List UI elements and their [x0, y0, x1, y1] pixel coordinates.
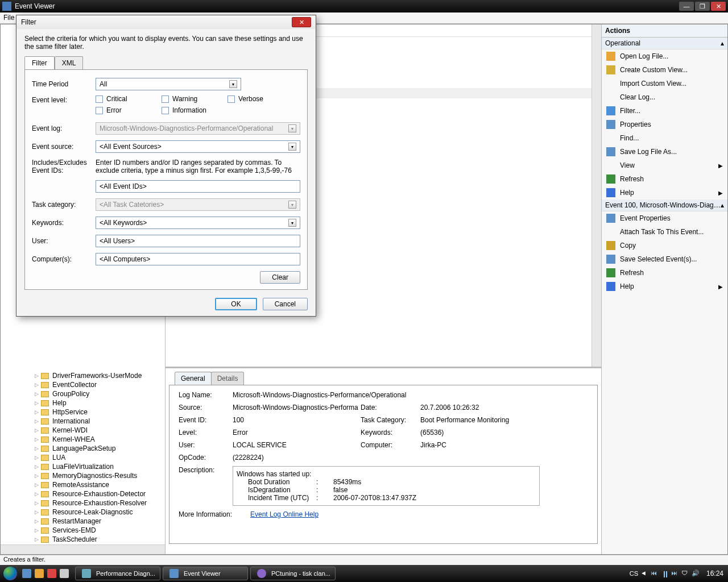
collapse-icon: ▴ [721, 201, 724, 209]
folder-icon [41, 518, 49, 525]
action-item[interactable]: Properties [602, 118, 727, 131]
l-eid: Event ID: [179, 416, 233, 424]
language-indicator[interactable]: CS [630, 570, 638, 577]
action-icon [606, 147, 615, 156]
tray-icon[interactable]: 🛡 [681, 569, 689, 577]
select-time-period[interactable]: All▾ [96, 78, 241, 90]
quicklaunch-icon[interactable] [60, 569, 69, 578]
tree-item[interactable]: ▷Kernel-WDI [1, 426, 165, 435]
check-warning[interactable]: Warning [162, 95, 212, 103]
grid-scrollbar[interactable] [592, 24, 601, 367]
check-error[interactable]: Error [96, 106, 146, 114]
taskbar-item-perfdiag[interactable]: Performance Diagn... [75, 567, 160, 580]
action-item[interactable]: Attach Task To This Event... [602, 225, 727, 239]
actions-pane: Actions Operational▴ Open Log File...Cre… [601, 24, 727, 554]
tree-item[interactable]: ▷Resource-Exhaustion-Detector [1, 489, 165, 498]
action-item[interactable]: Help▶ [602, 186, 727, 199]
minimize-button[interactable]: — [679, 2, 694, 11]
check-verbose[interactable]: Verbose [228, 95, 278, 103]
tree-item[interactable]: ▷DriverFrameworks-UserMode [1, 371, 165, 380]
tree-item[interactable]: ▷Services-EMD [1, 526, 165, 535]
cancel-button[interactable]: Cancel [263, 298, 308, 310]
input-computers[interactable]: <All Computers> [96, 253, 300, 265]
tree-item[interactable]: ▷Resource-Exhaustion-Resolver [1, 498, 165, 508]
tray-next-icon[interactable]: ⏭ [671, 569, 679, 577]
actions-section-operational[interactable]: Operational▴ [602, 38, 727, 49]
action-icon [606, 214, 615, 223]
action-item[interactable]: Refresh [602, 266, 727, 280]
action-icon [606, 174, 615, 184]
taskbar-item-eventviewer[interactable]: Event Viewer [163, 567, 248, 580]
tree-item[interactable]: ▷GroupPolicy [1, 389, 165, 398]
tree-item[interactable]: ▷TaskScheduler [1, 535, 165, 544]
maximize-button[interactable]: ❐ [695, 2, 710, 11]
tree-item[interactable]: ▷Resource-Leak-Diagnostic [1, 508, 165, 517]
dialog-close-button[interactable]: ✕ [292, 17, 311, 27]
start-button[interactable] [0, 565, 20, 582]
folder-icon [41, 418, 49, 425]
tab-filter[interactable]: Filter [24, 56, 55, 69]
link-online-help[interactable]: Event Log Online Help [250, 510, 318, 518]
input-event-ids[interactable]: <All Event IDs> [96, 180, 300, 193]
tree-item[interactable]: ▷RestartManager [1, 517, 165, 526]
action-item[interactable]: Refresh [602, 172, 727, 186]
detail-tab-details[interactable]: Details [211, 372, 245, 385]
v-level: Error [233, 429, 361, 436]
menu-file[interactable]: File [3, 14, 14, 22]
tree-item[interactable]: ▷Help [1, 398, 165, 408]
clear-button[interactable]: Clear [260, 271, 300, 284]
tree-item[interactable]: ▷International [1, 417, 165, 426]
input-user[interactable]: <All Users> [96, 235, 300, 247]
action-item[interactable]: Clear Log... [602, 90, 727, 104]
tab-xml[interactable]: XML [55, 56, 84, 69]
tree-item[interactable]: ▷LanguagePackSetup [1, 444, 165, 453]
folder-icon [41, 473, 49, 479]
check-information[interactable]: Information [162, 106, 230, 114]
tree-item[interactable]: ▷LUA [1, 453, 165, 462]
v-keywords: (65536) [420, 429, 444, 436]
action-item[interactable]: Filter... [602, 104, 727, 118]
action-item[interactable]: Save Log File As... [602, 145, 727, 159]
quicklaunch-icon[interactable] [22, 569, 31, 578]
action-item[interactable]: Event Properties [602, 211, 727, 225]
action-item[interactable]: Find... [602, 131, 727, 145]
action-item[interactable]: Open Log File... [602, 49, 727, 63]
tray-volume-icon[interactable]: 🔊 [692, 569, 700, 577]
v-source: Microsoft-Windows-Diagnostics-Performa [233, 404, 361, 411]
tree-item[interactable]: ▷MemoryDiagnostics-Results [1, 471, 165, 480]
tray-pause-icon[interactable]: ⏸ [661, 569, 669, 577]
tray-icon[interactable]: ◄ [640, 569, 648, 577]
action-item[interactable]: Import Custom View... [602, 77, 727, 90]
tray-prev-icon[interactable]: ⏮ [651, 569, 659, 577]
check-critical[interactable]: Critical [96, 95, 146, 103]
ok-button[interactable]: OK [215, 298, 257, 310]
label-user: User: [32, 237, 96, 245]
folder-icon [41, 382, 49, 388]
folder-icon [41, 491, 49, 497]
l-date: Date: [361, 404, 420, 411]
action-item[interactable]: Create Custom View... [602, 63, 727, 77]
detail-tab-general[interactable]: General [175, 372, 212, 385]
folder-icon [41, 537, 49, 543]
tree-scrollbar[interactable] [1, 544, 165, 554]
taskbar-item-pctuning[interactable]: PCtuning - tisk clan... [250, 567, 336, 580]
action-icon [606, 241, 615, 250]
tree-item[interactable]: ▷Kernel-WHEA [1, 435, 165, 444]
tree-item[interactable]: ▷HttpService [1, 408, 165, 417]
action-item[interactable]: Help▶ [602, 280, 727, 293]
quicklaunch-icon[interactable] [47, 569, 56, 578]
close-button[interactable]: ✕ [711, 2, 726, 11]
action-item[interactable]: Copy [602, 239, 727, 252]
select-keywords[interactable]: <All Keywords>▾ [96, 217, 300, 229]
quicklaunch-icon[interactable] [35, 569, 44, 578]
clock[interactable]: 16:24 [706, 569, 723, 577]
tree-item[interactable]: ▷EventCollector [1, 380, 165, 389]
action-item[interactable]: View▶ [602, 159, 727, 172]
actions-section-event[interactable]: Event 100, Microsoft-Windows-Diagn...▴ [602, 199, 727, 211]
select-event-source[interactable]: <All Event Sources>▾ [96, 140, 300, 153]
tree-item[interactable]: ▷LuaFileVirtualization [1, 462, 165, 471]
folder-icon [41, 527, 49, 534]
description-box: Windows has started up: Boot Duration:85… [233, 466, 540, 506]
action-item[interactable]: Save Selected Event(s)... [602, 252, 727, 266]
tree-item[interactable]: ▷RemoteAssistance [1, 480, 165, 489]
